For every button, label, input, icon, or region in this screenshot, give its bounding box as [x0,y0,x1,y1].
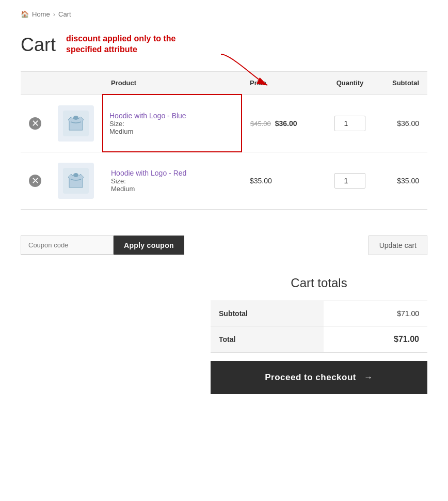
product-cell-2: Hoodie with Logo - Red Size: Medium [103,152,242,209]
total-label: Total [211,326,324,352]
total-row: Total $71.00 [211,326,427,352]
remove-button-2[interactable]: ✕ [29,175,41,187]
cart-table: Product Price Quantity Subtotal ✕ [21,71,427,210]
total-value: $71.00 [324,326,427,352]
col-header-subtotal: Subtotal [376,72,427,95]
breadcrumb-current: Cart [58,10,71,18]
product-link-2[interactable]: Hoodie with Logo - Red [111,169,186,177]
attr-value-2: Medium [111,185,135,193]
price-cell-1: $45.00 $36.00 [242,95,324,152]
svg-point-4 [73,173,78,177]
coupon-input[interactable] [21,236,114,255]
annotation-text: discount applied only to the specified a… [66,34,200,55]
price-regular-2: $35.00 [250,177,272,185]
product-cell-1: Hoodie with Logo - Blue Size: Medium [103,95,242,152]
checkout-label: Proceed to checkout [265,372,356,382]
price-original-1: $45.00 [250,120,271,128]
coupon-row: Apply coupon Update cart [21,225,427,265]
image-cell-1 [50,95,103,152]
apply-coupon-button[interactable]: Apply coupon [114,236,184,255]
price-cell-2: $35.00 [242,152,324,209]
svg-point-2 [73,116,78,120]
cart-totals-section: Cart totals Subtotal $71.00 Total $71.00… [21,276,427,394]
checkout-button[interactable]: Proceed to checkout → [211,361,427,394]
col-header-quantity: Quantity [324,72,376,95]
table-row: ✕ Hoodie with Logo - Blue Size: Medium [21,95,427,152]
product-link-1[interactable]: Hoodie with Logo - Blue [109,112,186,120]
subtotal-row: Subtotal $71.00 [211,301,427,326]
price-sale-1: $36.00 [275,119,297,128]
remove-button-1[interactable]: ✕ [29,117,41,130]
update-cart-button[interactable]: Update cart [369,236,427,255]
attr-label-2: Size: [111,177,126,185]
subtotal-label: Subtotal [211,301,324,326]
coupon-left: Apply coupon [21,236,184,255]
quantity-input-1[interactable] [334,116,365,131]
home-icon: 🏠 [21,10,29,18]
totals-table: Subtotal $71.00 Total $71.00 [211,301,427,353]
image-cell-2 [50,152,103,209]
breadcrumb: 🏠 Home › Cart [21,10,427,18]
product-attr-1: Size: Medium [109,120,235,135]
col-header-image [50,72,103,95]
cart-totals-box: Cart totals Subtotal $71.00 Total $71.00… [211,276,427,394]
attr-value-1: Medium [109,128,133,135]
breadcrumb-separator: › [53,10,55,18]
product-image-2 [58,163,94,199]
remove-cell-1: ✕ [21,95,50,152]
product-attr-2: Size: Medium [111,177,233,193]
col-header-remove [21,72,50,95]
home-link[interactable]: Home [32,10,50,18]
product-image-1 [58,105,94,142]
col-header-price: Price [242,72,324,95]
remove-cell-2: ✕ [21,152,50,209]
subtotal-cell-1: $36.00 [376,95,427,152]
subtotal-cell-2: $35.00 [376,152,427,209]
page-title: Cart [21,34,56,56]
quantity-cell-1 [324,95,376,152]
table-row: ✕ Hoodie with Logo - Red Size: Medium [21,152,427,209]
cart-totals-title: Cart totals [211,276,427,290]
col-header-product: Product [103,72,242,95]
subtotal-value: $71.00 [324,301,427,326]
quantity-input-2[interactable] [334,173,365,189]
quantity-cell-2 [324,152,376,209]
attr-label-1: Size: [109,120,124,128]
checkout-arrow-icon: → [364,372,373,382]
